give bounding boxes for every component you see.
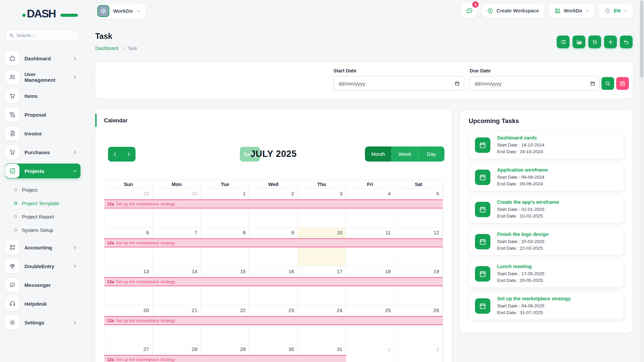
calendar-icon[interactable] [590,81,595,86]
task-title[interactable]: Create the app's wireframe [497,199,559,205]
sidebar-item-settings[interactable]: Settings [5,315,80,330]
sidebar-item-doubleentry[interactable]: DoubleEntry [5,259,80,274]
task-title[interactable]: Set up the marketplace strategy [497,296,571,301]
chat-smile-icon [5,278,19,292]
scale-icon [5,259,19,273]
calendar-view-day[interactable]: Day [418,146,444,162]
calendar-cell[interactable]: 1 [346,344,394,362]
task-title[interactable]: Finish the logo design [497,232,549,237]
task-end-date: End Date : 22-03-2025 [497,245,549,252]
breadcrumb: Dashboard Task [95,46,137,51]
calendar-icon[interactable] [454,81,460,86]
upcoming-tasks-title: Upcoming Tasks [469,117,519,125]
task-title[interactable]: Lunch meeting [497,264,544,269]
task-start-date: Start Date : 17-05-2025 [497,270,544,277]
calendar-icon [475,202,490,217]
calendar-date-number: 30 [192,191,198,196]
task-title[interactable]: Dashboard cards [497,135,544,140]
sidebar-item-accounting[interactable]: Accounting [5,240,80,255]
calendar-date-number: 19 [433,268,439,274]
calendar-day-header-row: SunMonTueWedThuFriSat [104,180,443,188]
calendar-date-number: 1 [243,191,246,196]
calendar-event[interactable]: 12aSet up the marketplace strategy [104,316,443,325]
calendar-date-number: 22 [240,307,246,313]
swap-boxes-icon [5,108,19,122]
scrollbar-thumb[interactable] [640,1,643,78]
calendar-cell[interactable]: 2 [394,344,443,362]
sidebar-item-user-management[interactable]: User Management [5,70,80,84]
chevron-right-icon [73,320,77,325]
task-card[interactable]: Finish the logo designStart Date : 20-03… [469,228,624,255]
logo-dot-icon [22,14,25,17]
calendar-view-week[interactable]: Week [391,146,418,162]
calendar-date-number: 11 [385,230,391,235]
workdo-menu-button[interactable]: WorkDo [549,4,594,18]
calendar-view-month[interactable]: Month [365,146,391,162]
sidebar-subitem-project-report[interactable]: Project Report [5,210,80,223]
sidebar-menu: DashboardUser ManagementItemsProposalInv… [5,51,80,334]
calendar-date-number: 29 [143,191,149,196]
notification-badge: 0 [472,1,479,8]
start-date-input[interactable] [333,76,464,91]
create-workspace-button[interactable]: Create Workspace [482,4,544,18]
sidebar-subitem-system-setup[interactable]: System Setup [5,223,80,237]
sidebar-item-messenger[interactable]: Messenger [5,278,80,292]
calendar-date-number: 9 [291,230,294,235]
calendar-event[interactable]: 12aSet up the marketplace strategy [104,199,443,208]
cart-icon [5,89,19,103]
toolbar-chart-view-button[interactable] [573,36,585,48]
sidebar-item-invoice[interactable]: Invoice [5,126,80,141]
toolbar-add-button[interactable] [604,36,617,48]
notifications-button[interactable]: 0 [462,3,477,18]
calendar-event[interactable]: 12aSet up the marketplace strategy [104,355,346,362]
sidebar-item-label: DoubleEntry [24,263,54,269]
calendar-date-number: 18 [385,268,391,274]
calendar-event-title: Set up the marketplace strategy [116,241,175,245]
due-date-input[interactable] [470,76,600,91]
toolbar-kanban-view-button[interactable] [588,36,601,48]
filter-search-button[interactable] [601,77,614,90]
cart-icon [5,145,19,159]
task-title[interactable]: Application wireframe [497,167,548,173]
search-input[interactable] [16,33,70,38]
calendar-date-number: 26 [433,307,439,313]
sidebar-item-helpdesk[interactable]: Helpdesk [5,296,80,311]
workspace-selector[interactable]: WorkDo [95,3,146,19]
sidebar-item-projects[interactable]: Projects [5,164,80,178]
sidebar-item-proposal[interactable]: Proposal [5,107,80,122]
sidebar-subitem-project-template[interactable]: Project Template [5,196,80,210]
sidebar-item-purchases[interactable]: Purchases [5,145,80,160]
bullet-icon [14,215,17,218]
sidebar-item-dashboard[interactable]: Dashboard [5,51,80,66]
task-card[interactable]: Set up the marketplace strategyStart Dat… [469,292,624,320]
brand-logo[interactable]: DASH [27,7,67,22]
calendar-event[interactable]: 12aSet up the marketplace strategy [104,277,443,286]
task-card[interactable]: Application wireframeStart Date : 09-09-… [469,164,624,191]
task-card[interactable]: Lunch meetingStart Date : 17-05-2025End … [469,260,624,288]
filter-reset-button[interactable] [616,77,629,90]
calendar-event-title: Set up the marketplace strategy [116,202,175,206]
calendar-date-number: 31 [337,346,342,352]
breadcrumb-link-dashboard[interactable]: Dashboard [95,46,118,51]
task-card[interactable]: Create the app's wireframeStart Date : 0… [469,196,624,223]
calendar-date-number: 12 [433,230,439,235]
sidebar-subitem-project[interactable]: Project [5,183,80,196]
sidebar-item-items[interactable]: Items [5,88,80,103]
calendar-date-number: 16 [288,268,294,274]
task-end-date: End Date : 31-07-2025 [497,309,571,316]
workdo-menu-label: WorkDo [564,8,582,13]
sidebar-item-label: Settings [24,320,44,325]
start-date-field [333,76,464,91]
toolbar-back-button[interactable] [620,36,633,48]
kanban-icon [592,39,598,45]
chevron-right-icon [121,47,125,50]
toolbar-list-view-button[interactable] [557,36,570,48]
calendar-date-number: 13 [143,268,149,274]
language-selector[interactable]: EN [599,4,633,18]
calendar-event[interactable]: 12aSet up the marketplace strategy [104,238,443,247]
page-scrollbar[interactable] [639,0,644,362]
sidebar-submenu: ProjectProject TemplateProject ReportSys… [5,183,80,237]
task-card[interactable]: Dashboard cardsStart Date : 16-10-2024En… [469,131,624,159]
sidebar-search[interactable] [5,29,79,41]
task-text: Set up the marketplace strategyStart Dat… [497,296,571,316]
